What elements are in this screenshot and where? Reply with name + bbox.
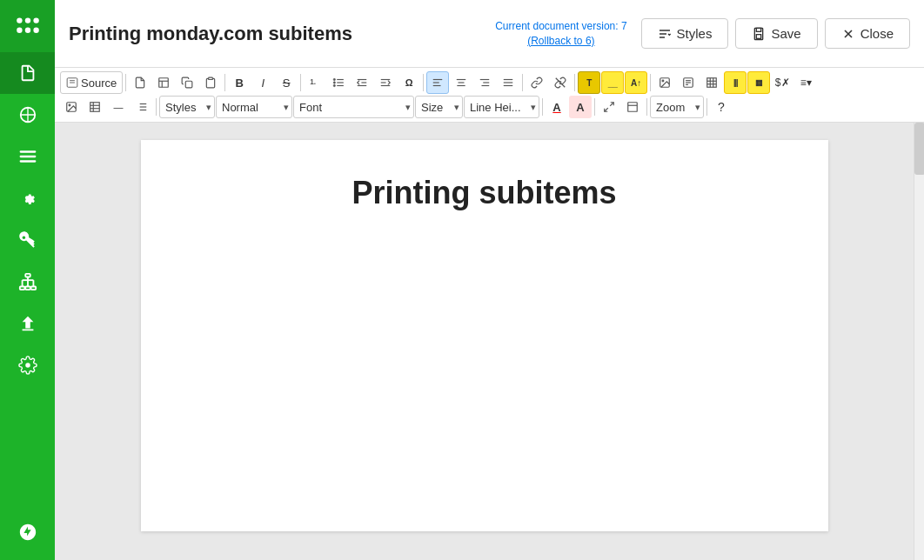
more-button[interactable]: ≡▾: [794, 71, 817, 94]
sep1: [125, 74, 126, 91]
copy-button[interactable]: [176, 71, 198, 94]
sidebar-item-doc[interactable]: [0, 52, 55, 94]
svg-rect-8: [19, 287, 24, 290]
sep-r2-3: [594, 98, 595, 116]
outdent-button[interactable]: [351, 71, 373, 94]
save-button[interactable]: Save: [735, 18, 817, 49]
sidebar-item-list[interactable]: [0, 136, 55, 177]
svg-rect-81: [628, 103, 638, 112]
header: Printing monday.com subitems Current doc…: [55, 0, 924, 68]
qr-button[interactable]: ▦: [747, 71, 770, 94]
close-icon: [841, 27, 855, 41]
app-logo-icon: [14, 12, 42, 40]
scrollbar-thumb[interactable]: [914, 123, 924, 175]
row2-table-button[interactable]: [84, 96, 106, 118]
font-dropdown[interactable]: Font Arial Times New Roman: [293, 96, 414, 118]
lineheight-dropdown[interactable]: Line Hei... 1.01.52.0: [464, 96, 539, 118]
editor-page[interactable]: Printing subitems: [141, 140, 828, 531]
special-chars-button[interactable]: Ω: [398, 71, 420, 94]
editor-scroll[interactable]: Printing subitems: [55, 123, 914, 560]
sep6: [574, 74, 575, 91]
sidebar-item-settings[interactable]: [0, 177, 55, 219]
svg-rect-2: [33, 17, 38, 23]
yellow-btn-1[interactable]: T: [578, 71, 600, 94]
sep4: [423, 74, 424, 91]
svg-point-33: [333, 82, 335, 83]
barcode-button[interactable]: |||: [724, 71, 747, 94]
svg-point-57: [662, 80, 664, 82]
insert-table-button[interactable]: [700, 71, 723, 94]
normal-dropdown[interactable]: Normal Heading 1 Heading 2: [216, 96, 292, 118]
italic-button[interactable]: I: [251, 71, 274, 94]
sep3: [300, 74, 301, 91]
svg-rect-7: [25, 274, 30, 277]
wiki-link-button[interactable]: [677, 71, 700, 94]
source-button[interactable]: Source: [60, 71, 123, 94]
header-actions: Current document version: 7 (Rollback to…: [495, 18, 910, 49]
sidebar-item-key[interactable]: [0, 219, 55, 261]
rollback-link[interactable]: (Rollback to 6): [495, 34, 626, 49]
svg-rect-18: [757, 28, 761, 31]
save-label: Save: [771, 26, 800, 41]
new-doc-button[interactable]: [129, 71, 151, 94]
indent-button[interactable]: [374, 71, 397, 94]
svg-rect-69: [90, 103, 100, 112]
hr-button[interactable]: —: [107, 96, 130, 118]
svg-line-79: [610, 103, 613, 106]
bold-button[interactable]: B: [228, 71, 251, 94]
scrollbar-track[interactable]: [914, 123, 924, 560]
sidebar: [0, 0, 55, 560]
normal-dropdown-wrap: Normal Heading 1 Heading 2: [216, 96, 292, 118]
row2-list-button[interactable]: [131, 96, 153, 118]
strikethrough-button[interactable]: S: [275, 71, 298, 94]
sidebar-item-hierarchy[interactable]: [0, 261, 55, 303]
font-dropdown-wrap: Font Arial Times New Roman: [293, 96, 414, 118]
font-color-button[interactable]: A: [546, 96, 568, 118]
svg-rect-10: [30, 287, 35, 290]
svg-rect-62: [707, 78, 717, 88]
sidebar-logo: [0, 0, 55, 52]
paste-button[interactable]: [199, 71, 222, 94]
yellow-btn-3[interactable]: A↑: [625, 71, 647, 94]
sidebar-item-bottom[interactable]: [0, 511, 55, 553]
align-right-button[interactable]: [473, 71, 496, 94]
align-left-button[interactable]: [426, 71, 449, 94]
styles-button[interactable]: Styles: [641, 18, 729, 49]
dollar-button[interactable]: $✗: [771, 71, 793, 94]
svg-rect-0: [17, 17, 22, 23]
styles-label: Styles: [677, 26, 713, 41]
ol-button[interactable]: 1.: [304, 71, 326, 94]
sidebar-item-upload[interactable]: [0, 303, 55, 344]
save-icon: [752, 27, 766, 41]
close-button[interactable]: Close: [825, 18, 910, 49]
link-button[interactable]: [526, 71, 548, 94]
svg-rect-25: [159, 78, 169, 88]
ul-button[interactable]: [327, 71, 350, 94]
sidebar-item-settings2[interactable]: [0, 344, 55, 386]
unlink-button[interactable]: [549, 71, 572, 94]
sep-r2-1: [156, 98, 157, 116]
lineheight-dropdown-wrap: Line Hei... 1.01.52.0: [464, 96, 539, 118]
svg-line-80: [605, 108, 608, 111]
styles-dropdown[interactable]: Styles: [159, 96, 215, 118]
svg-rect-9: [25, 287, 30, 290]
justify-button[interactable]: [497, 71, 519, 94]
highlight-button[interactable]: A: [569, 96, 592, 118]
svg-rect-19: [757, 34, 761, 38]
insert-image-button[interactable]: [653, 71, 676, 94]
row2-image-button[interactable]: [60, 96, 83, 118]
align-center-button[interactable]: [450, 71, 472, 94]
editor-heading: Printing subitems: [193, 175, 776, 211]
yellow-btn-2[interactable]: __: [601, 71, 624, 94]
styles-dropdown-wrap: Styles: [159, 96, 215, 118]
sidebar-item-theme[interactable]: [0, 94, 55, 136]
zoom-dropdown[interactable]: Zoom 50%75%100%125%150%: [650, 96, 704, 118]
size-dropdown[interactable]: Size 81012141824: [415, 96, 463, 118]
expand-button[interactable]: [598, 96, 620, 118]
maximize-button[interactable]: [621, 96, 644, 118]
sep7: [650, 74, 651, 91]
help-button[interactable]: ?: [710, 96, 733, 118]
source-label: Source: [81, 77, 117, 90]
templates-button[interactable]: [152, 71, 175, 94]
toolbar-row-2: — Styles Normal Heading 1 Heading 2: [60, 96, 919, 118]
